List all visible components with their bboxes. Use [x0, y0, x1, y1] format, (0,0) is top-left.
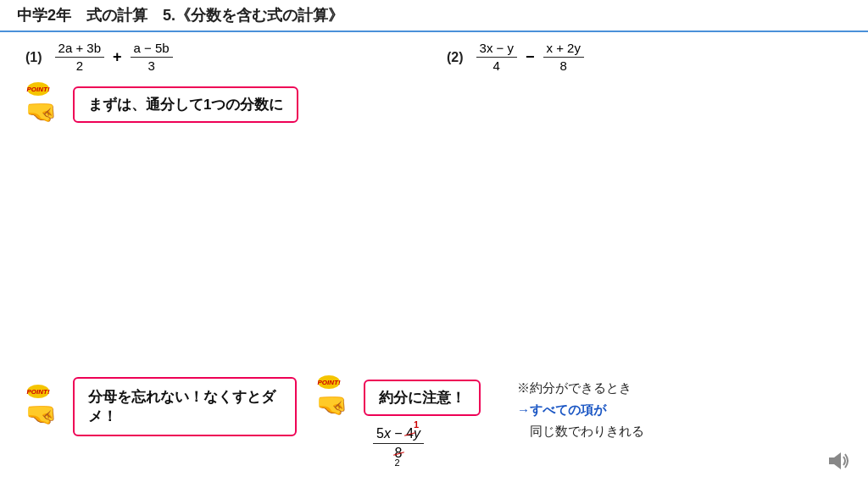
hand-icon-3: 🤜 — [316, 392, 348, 418]
strikethrough-4: 41 — [406, 426, 414, 441]
point2-box: POINT! 🤜 分母を忘れない！なくすとダメ！ — [25, 377, 297, 436]
header: 中学2年 式の計算 5.《分数を含む式の計算》 — [0, 0, 868, 32]
lower-right: ※約分ができるとき →すべての項が 同じ数でわりきれる — [500, 377, 843, 442]
small-den-2: 2 — [395, 458, 400, 468]
problem1-op: + — [111, 48, 124, 66]
caution-badge: POINT! — [318, 375, 340, 389]
speaker-icon[interactable] — [827, 451, 851, 476]
problem2-area: (2) 3x − y 4 − x + 2y 8 — [421, 41, 843, 74]
lower-left: POINT! 🤜 分母を忘れない！なくすとダメ！ — [25, 377, 297, 436]
result-fraction: 5x − 41y 8 2 — [373, 426, 424, 461]
point2-text: 分母を忘れない！なくすとダメ！ — [73, 377, 297, 436]
hand-icon-2: 🤜 — [25, 402, 57, 427]
note-line2: →すべての項が — [517, 399, 843, 421]
problem2-frac1-den: 4 — [490, 58, 504, 74]
problem2-frac2-num: x + 2y — [543, 41, 584, 58]
problem1-frac2-num: a − 5b — [131, 41, 173, 58]
page-title: 中学2年 式の計算 5.《分数を含む式の計算》 — [17, 5, 343, 25]
problem1-area: (1) 2a + 3b 2 + a − 5b 3 P — [25, 41, 421, 125]
problem2: (2) 3x − y 4 − x + 2y 8 — [447, 41, 843, 74]
point1-badge: POINT! — [27, 82, 49, 96]
problem1-frac1-den: 2 — [73, 58, 86, 74]
point2-badge: POINT! — [27, 385, 49, 398]
caution-box: POINT! 🤜 約分に注意！ — [316, 377, 481, 418]
point1-box: POINT! 🤜 まずは、通分して1つの分数に — [25, 84, 421, 125]
problem2-frac1: 3x − y 4 — [476, 41, 517, 74]
caution-icon: POINT! 🤜 — [316, 377, 357, 418]
problem1-frac1: 2a + 3b 2 — [55, 41, 104, 74]
point1-icon: POINT! 🤜 — [25, 84, 66, 125]
hand-icon-1: 🤜 — [25, 99, 57, 125]
caution-text: 約分に注意！ — [364, 380, 481, 416]
note-line1: ※約分ができるとき — [517, 377, 843, 399]
problem2-frac2: x + 2y 8 — [543, 41, 584, 74]
problem1-expr: 2a + 3b 2 + a − 5b 3 — [55, 41, 173, 74]
main-content: (1) 2a + 3b 2 + a − 5b 3 P — [0, 32, 868, 486]
problem1-frac2: a − 5b 3 — [131, 41, 173, 74]
problem2-expr: 3x − y 4 − x + 2y 8 — [476, 41, 584, 74]
problem1: (1) 2a + 3b 2 + a − 5b 3 — [25, 41, 421, 74]
note-line3: 同じ数でわりきれる — [517, 420, 843, 442]
problem2-op: − — [524, 48, 537, 66]
problem1-frac2-den: 3 — [144, 58, 158, 74]
problems-row: (1) 2a + 3b 2 + a − 5b 3 P — [25, 41, 843, 125]
lower-section: POINT! 🤜 分母を忘れない！なくすとダメ！ POINT! 🤜 約分に注意！ — [0, 377, 868, 461]
problem2-num: (2) — [447, 50, 464, 65]
problem1-frac1-num: 2a + 3b — [55, 41, 104, 58]
result-numerator-row: 5x − 41y — [373, 426, 424, 444]
result-denominator-row: 8 2 — [392, 444, 406, 461]
problem2-frac1-num: 3x − y — [476, 41, 517, 58]
lower-center: POINT! 🤜 約分に注意！ 5x − 41y 8 2 — [297, 377, 500, 461]
problem1-num: (1) — [25, 50, 42, 65]
small-num-1: 1 — [414, 419, 419, 430]
problem2-frac2-den: 8 — [557, 58, 570, 74]
svg-marker-0 — [829, 452, 841, 469]
strikethrough-8: 8 2 — [395, 446, 403, 461]
point2-icon: POINT! 🤜 — [25, 386, 66, 427]
result-num-text: 5x − 41y — [376, 426, 420, 441]
point1-text: まずは、通分して1つの分数に — [73, 86, 298, 123]
